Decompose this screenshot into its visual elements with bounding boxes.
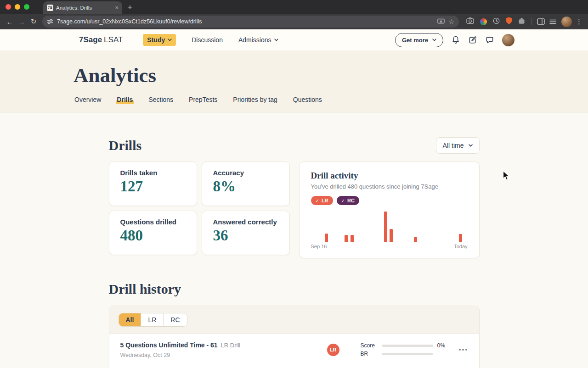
- nav-item-admissions[interactable]: Admissions: [238, 36, 278, 44]
- notifications-bell-icon[interactable]: [451, 35, 460, 45]
- compose-pencil-icon[interactable]: [468, 35, 477, 45]
- activity-title: Drill activity: [311, 171, 468, 181]
- tab-overview[interactable]: Overview: [74, 95, 102, 104]
- tab-questions[interactable]: Questions: [292, 95, 323, 104]
- logo-primary: 7Sage: [79, 35, 102, 44]
- filter-pill-rc[interactable]: ✓RC: [337, 196, 359, 205]
- axis-label-end: Today: [454, 244, 467, 249]
- br-progress-bar: [382, 353, 433, 355]
- tab-priorities-by-tag[interactable]: Priorities by tag: [232, 95, 278, 104]
- activity-bar: [384, 212, 387, 242]
- tab-title: Analytics: Drills: [56, 5, 112, 11]
- segment-lr[interactable]: LR: [141, 313, 164, 326]
- drill-row-type: LR Drill: [221, 342, 241, 349]
- activity-bar: [459, 234, 462, 242]
- browser-tab[interactable]: 7S Analytics: Drills ×: [43, 1, 122, 14]
- history-row[interactable]: 5 Questions Unlimited Time - 61 LR Drill…: [109, 334, 479, 365]
- camera-extension-icon[interactable]: [466, 17, 474, 26]
- stat-value: 127: [120, 178, 186, 195]
- get-more-button[interactable]: Get more: [395, 33, 443, 47]
- stat-card-accuracy: Accuracy 8%: [202, 162, 290, 206]
- site-logo[interactable]: 7SageLSAT: [79, 35, 123, 45]
- analytics-tabs: Overview Drills Sections PrepTests Prior…: [74, 95, 514, 112]
- stat-label: Questions drilled: [120, 218, 186, 226]
- reload-button[interactable]: ↻: [28, 16, 40, 28]
- traffic-lights: [6, 4, 29, 10]
- new-tab-button[interactable]: +: [128, 3, 132, 12]
- activity-subtitle: You've drilled 480 questions since joini…: [311, 183, 468, 190]
- br-label: BR: [361, 351, 378, 357]
- time-filter-value: All time: [443, 142, 464, 149]
- extension-icons: [466, 17, 525, 26]
- drill-activity-card: Drill activity You've drilled 480 questi…: [299, 162, 480, 258]
- row-menu-ellipsis-icon[interactable]: [458, 346, 468, 353]
- analytics-hero: Analytics Overview Drills Sections PrepT…: [0, 50, 588, 112]
- score-progress-bar: [382, 345, 433, 347]
- window-zoom-button[interactable]: [24, 4, 29, 10]
- filter-pill-lr[interactable]: ✓LR: [311, 196, 333, 205]
- time-filter-dropdown[interactable]: All time: [436, 137, 480, 154]
- shield-extension-icon[interactable]: [506, 17, 512, 26]
- tab-close-icon[interactable]: ×: [115, 5, 119, 11]
- stat-card-drills-taken: Drills taken 127: [109, 162, 197, 206]
- password-extension-icon[interactable]: [480, 18, 487, 25]
- install-app-icon[interactable]: [437, 18, 445, 25]
- logo-secondary: LSAT: [104, 35, 123, 44]
- toolbar-divider: [531, 18, 531, 25]
- activity-bar: [345, 235, 348, 242]
- bookmark-star-icon[interactable]: ☆: [448, 18, 454, 25]
- browser-menu-kebab-icon[interactable]: ⋮: [576, 17, 582, 26]
- check-icon: ✓: [316, 198, 319, 203]
- drill-row-title[interactable]: 5 Questions Unlimited Time - 61: [120, 341, 218, 349]
- nav-item-label: Study: [147, 36, 165, 44]
- window-minimize-button[interactable]: [15, 4, 20, 10]
- chevron-down-icon: [168, 39, 172, 41]
- chat-bubble-icon[interactable]: [485, 35, 494, 45]
- sidebar-panel-icon[interactable]: [535, 16, 547, 28]
- browser-profile-avatar[interactable]: [561, 17, 572, 27]
- tab-drills[interactable]: Drills: [116, 95, 134, 104]
- drill-row-date: Wednesday, Oct 29: [120, 352, 327, 358]
- stat-value: 480: [120, 227, 186, 244]
- browser-toolbar: ← → ↻ 7sage.com/u/usr_02xNxc0SxCt1dz56Lk…: [0, 14, 588, 29]
- main-content: Drills All time Drills taken 127 Accurac…: [0, 112, 588, 368]
- activity-bars: [311, 210, 468, 242]
- nav-item-label: Discussion: [192, 36, 223, 44]
- history-extension-icon[interactable]: [493, 17, 500, 26]
- stat-value: 36: [213, 227, 278, 244]
- axis-label-start: Sep 16: [311, 244, 327, 249]
- stat-value: 8%: [213, 178, 278, 195]
- chevron-down-icon: [274, 39, 278, 41]
- nav-item-discussion[interactable]: Discussion: [192, 36, 223, 44]
- drill-history-card: All LR RC 5 Questions Unlimited Time - 6…: [109, 306, 480, 368]
- url-text[interactable]: 7sage.com/u/usr_02xNxc0SxCt1dz56Lkuuf0/r…: [57, 18, 434, 25]
- tab-preptests[interactable]: PrepTests: [188, 95, 218, 104]
- tab-favicon: 7S: [47, 5, 53, 11]
- media-controls-icon[interactable]: [547, 16, 559, 28]
- drill-row-scores: Score 0% BR —: [361, 340, 447, 359]
- chevron-down-icon: [432, 39, 436, 41]
- tab-sections[interactable]: Sections: [147, 95, 174, 104]
- score-value: 0%: [437, 342, 447, 349]
- site-info-icon[interactable]: [47, 18, 53, 25]
- address-bar[interactable]: 7sage.com/u/usr_02xNxc0SxCt1dz56Lkuuf0/r…: [42, 16, 459, 28]
- nav-item-study[interactable]: Study: [143, 34, 176, 46]
- page-title: Analytics: [74, 63, 514, 87]
- forward-button[interactable]: →: [16, 16, 28, 28]
- back-button[interactable]: ←: [4, 16, 16, 28]
- stat-label: Answered correctly: [213, 218, 278, 226]
- pill-label: RC: [347, 198, 355, 203]
- chevron-down-icon: [469, 144, 473, 147]
- browser-chrome: 7S Analytics: Drills × + ← → ↻ 7sage.com…: [0, 0, 588, 29]
- segment-rc[interactable]: RC: [164, 313, 187, 326]
- segment-all[interactable]: All: [119, 313, 141, 326]
- pill-label: LR: [322, 198, 328, 203]
- stats-grid: Drills taken 127 Accuracy 8% Questions d…: [109, 162, 290, 258]
- extensions-puzzle-icon[interactable]: [518, 17, 525, 26]
- screen: 7S Analytics: Drills × + ← → ↻ 7sage.com…: [0, 0, 588, 368]
- stat-label: Accuracy: [213, 169, 278, 177]
- window-close-button[interactable]: [6, 4, 11, 10]
- drills-section-title: Drills: [109, 138, 142, 153]
- drill-history-title: Drill history: [109, 281, 480, 297]
- user-avatar[interactable]: [502, 34, 514, 46]
